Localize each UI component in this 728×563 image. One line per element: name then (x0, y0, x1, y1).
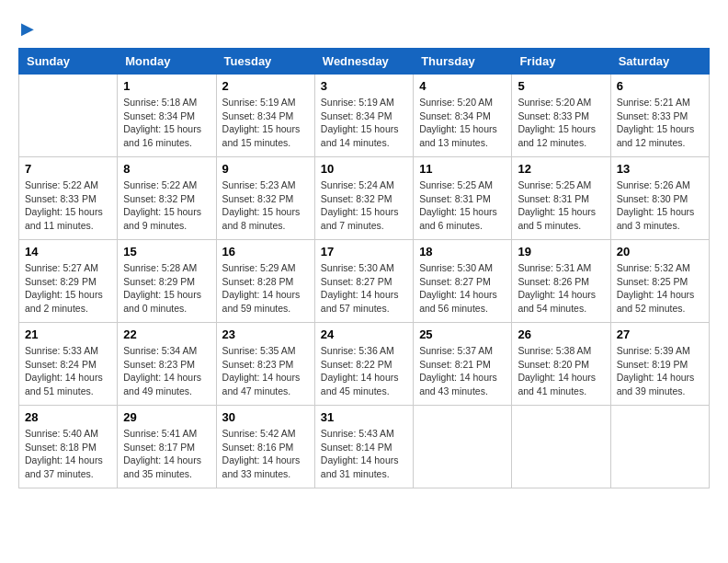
calendar-cell: 30Sunrise: 5:42 AM Sunset: 8:16 PM Dayli… (216, 406, 314, 488)
calendar-day-header: Thursday (414, 49, 512, 75)
day-number: 27 (617, 327, 703, 341)
calendar-week-row: 28Sunrise: 5:40 AM Sunset: 8:18 PM Dayli… (19, 406, 710, 488)
day-info: Sunrise: 5:37 AM Sunset: 8:21 PM Dayligh… (419, 344, 506, 398)
calendar-cell: 21Sunrise: 5:33 AM Sunset: 8:24 PM Dayli… (19, 323, 118, 406)
calendar-cell (610, 406, 709, 488)
calendar-cell: 17Sunrise: 5:30 AM Sunset: 8:27 PM Dayli… (314, 240, 413, 323)
calendar-cell: 12Sunrise: 5:25 AM Sunset: 8:31 PM Dayli… (512, 157, 610, 240)
calendar-day-header: Wednesday (314, 49, 413, 75)
calendar-cell: 29Sunrise: 5:41 AM Sunset: 8:17 PM Dayli… (118, 406, 216, 488)
day-number: 16 (222, 245, 309, 259)
day-number: 11 (419, 162, 506, 176)
day-info: Sunrise: 5:24 AM Sunset: 8:32 PM Dayligh… (321, 178, 407, 233)
calendar-cell: 20Sunrise: 5:32 AM Sunset: 8:25 PM Dayli… (610, 240, 709, 323)
calendar-cell: 18Sunrise: 5:30 AM Sunset: 8:27 PM Dayli… (414, 240, 512, 323)
day-number: 1 (123, 79, 210, 93)
day-info: Sunrise: 5:25 AM Sunset: 8:31 PM Dayligh… (419, 178, 506, 233)
day-info: Sunrise: 5:38 AM Sunset: 8:20 PM Dayligh… (518, 344, 604, 398)
day-number: 26 (518, 327, 604, 341)
day-info: Sunrise: 5:36 AM Sunset: 8:22 PM Dayligh… (321, 344, 407, 398)
day-number: 5 (518, 79, 604, 93)
day-info: Sunrise: 5:42 AM Sunset: 8:16 PM Dayligh… (222, 427, 309, 481)
day-number: 19 (518, 245, 604, 259)
calendar-week-row: 7Sunrise: 5:22 AM Sunset: 8:33 PM Daylig… (19, 157, 710, 240)
calendar-table: SundayMondayTuesdayWednesdayThursdayFrid… (18, 48, 710, 488)
calendar-cell: 14Sunrise: 5:27 AM Sunset: 8:29 PM Dayli… (19, 240, 118, 323)
calendar-cell: 10Sunrise: 5:24 AM Sunset: 8:32 PM Dayli… (314, 157, 413, 240)
calendar-cell: 28Sunrise: 5:40 AM Sunset: 8:18 PM Dayli… (19, 406, 118, 488)
day-info: Sunrise: 5:34 AM Sunset: 8:23 PM Dayligh… (123, 344, 210, 398)
day-number: 23 (222, 327, 309, 341)
calendar-cell (414, 406, 512, 488)
day-info: Sunrise: 5:20 AM Sunset: 8:33 PM Dayligh… (518, 96, 604, 150)
day-number: 13 (617, 162, 703, 176)
calendar-week-row: 21Sunrise: 5:33 AM Sunset: 8:24 PM Dayli… (19, 323, 710, 406)
day-number: 29 (123, 410, 210, 424)
day-info: Sunrise: 5:23 AM Sunset: 8:32 PM Dayligh… (222, 178, 309, 233)
logo-bird-icon: ▶ (21, 18, 34, 39)
day-number: 2 (222, 79, 309, 93)
day-info: Sunrise: 5:22 AM Sunset: 8:32 PM Dayligh… (123, 178, 210, 233)
calendar-day-header: Sunday (19, 49, 118, 75)
calendar-cell: 7Sunrise: 5:22 AM Sunset: 8:33 PM Daylig… (19, 157, 118, 240)
day-info: Sunrise: 5:30 AM Sunset: 8:27 PM Dayligh… (321, 261, 407, 316)
day-info: Sunrise: 5:18 AM Sunset: 8:34 PM Dayligh… (123, 96, 210, 150)
day-info: Sunrise: 5:19 AM Sunset: 8:34 PM Dayligh… (321, 96, 407, 150)
day-number: 28 (25, 410, 111, 424)
day-info: Sunrise: 5:39 AM Sunset: 8:19 PM Dayligh… (617, 344, 703, 398)
calendar-cell: 26Sunrise: 5:38 AM Sunset: 8:20 PM Dayli… (512, 323, 610, 406)
day-number: 7 (25, 162, 111, 176)
calendar-day-header: Friday (512, 49, 610, 75)
day-number: 17 (321, 245, 407, 259)
calendar-cell (512, 406, 610, 488)
day-info: Sunrise: 5:35 AM Sunset: 8:23 PM Dayligh… (222, 344, 309, 398)
logo: ▶ (18, 18, 34, 39)
day-info: Sunrise: 5:32 AM Sunset: 8:25 PM Dayligh… (617, 261, 703, 316)
day-info: Sunrise: 5:29 AM Sunset: 8:28 PM Dayligh… (222, 261, 309, 316)
calendar-cell: 16Sunrise: 5:29 AM Sunset: 8:28 PM Dayli… (216, 240, 314, 323)
calendar-cell: 22Sunrise: 5:34 AM Sunset: 8:23 PM Dayli… (118, 323, 216, 406)
day-number: 25 (419, 327, 506, 341)
calendar-cell: 24Sunrise: 5:36 AM Sunset: 8:22 PM Dayli… (314, 323, 413, 406)
calendar-day-header: Monday (118, 49, 216, 75)
day-info: Sunrise: 5:22 AM Sunset: 8:33 PM Dayligh… (25, 178, 111, 233)
day-info: Sunrise: 5:40 AM Sunset: 8:18 PM Dayligh… (25, 427, 111, 481)
calendar-cell: 13Sunrise: 5:26 AM Sunset: 8:30 PM Dayli… (610, 157, 709, 240)
calendar-cell: 25Sunrise: 5:37 AM Sunset: 8:21 PM Dayli… (414, 323, 512, 406)
day-info: Sunrise: 5:25 AM Sunset: 8:31 PM Dayligh… (518, 178, 604, 233)
day-number: 22 (123, 327, 210, 341)
day-number: 10 (321, 162, 407, 176)
day-number: 3 (321, 79, 407, 93)
calendar-cell: 5Sunrise: 5:20 AM Sunset: 8:33 PM Daylig… (512, 75, 610, 157)
calendar-cell: 1Sunrise: 5:18 AM Sunset: 8:34 PM Daylig… (118, 75, 216, 157)
day-number: 14 (25, 245, 111, 259)
day-info: Sunrise: 5:41 AM Sunset: 8:17 PM Dayligh… (123, 427, 210, 481)
day-info: Sunrise: 5:19 AM Sunset: 8:34 PM Dayligh… (222, 96, 309, 150)
day-info: Sunrise: 5:27 AM Sunset: 8:29 PM Dayligh… (25, 261, 111, 316)
day-number: 18 (419, 245, 506, 259)
day-number: 8 (123, 162, 210, 176)
calendar-cell: 15Sunrise: 5:28 AM Sunset: 8:29 PM Dayli… (118, 240, 216, 323)
calendar-cell: 11Sunrise: 5:25 AM Sunset: 8:31 PM Dayli… (414, 157, 512, 240)
calendar-cell: 3Sunrise: 5:19 AM Sunset: 8:34 PM Daylig… (314, 75, 413, 157)
calendar-header-row: SundayMondayTuesdayWednesdayThursdayFrid… (19, 49, 710, 75)
calendar-cell: 4Sunrise: 5:20 AM Sunset: 8:34 PM Daylig… (414, 75, 512, 157)
day-number: 9 (222, 162, 309, 176)
calendar-cell: 19Sunrise: 5:31 AM Sunset: 8:26 PM Dayli… (512, 240, 610, 323)
calendar-cell: 9Sunrise: 5:23 AM Sunset: 8:32 PM Daylig… (216, 157, 314, 240)
day-number: 31 (321, 410, 407, 424)
day-number: 21 (25, 327, 111, 341)
day-number: 30 (222, 410, 309, 424)
day-info: Sunrise: 5:26 AM Sunset: 8:30 PM Dayligh… (617, 178, 703, 233)
calendar-day-header: Tuesday (216, 49, 314, 75)
calendar-cell: 6Sunrise: 5:21 AM Sunset: 8:33 PM Daylig… (610, 75, 709, 157)
calendar-day-header: Saturday (610, 49, 709, 75)
day-info: Sunrise: 5:30 AM Sunset: 8:27 PM Dayligh… (419, 261, 506, 316)
calendar-cell: 31Sunrise: 5:43 AM Sunset: 8:14 PM Dayli… (314, 406, 413, 488)
day-info: Sunrise: 5:28 AM Sunset: 8:29 PM Dayligh… (123, 261, 210, 316)
calendar-week-row: 14Sunrise: 5:27 AM Sunset: 8:29 PM Dayli… (19, 240, 710, 323)
calendar-cell: 23Sunrise: 5:35 AM Sunset: 8:23 PM Dayli… (216, 323, 314, 406)
day-number: 20 (617, 245, 703, 259)
day-info: Sunrise: 5:33 AM Sunset: 8:24 PM Dayligh… (25, 344, 111, 398)
day-number: 24 (321, 327, 407, 341)
